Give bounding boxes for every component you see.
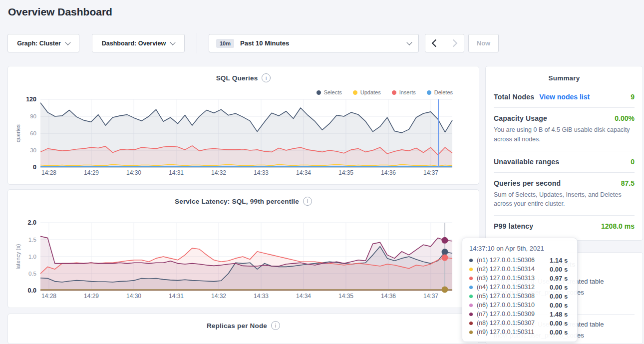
summary-row-capacity: Capacity Usage 0.00% You are using 0 B o… (494, 114, 635, 144)
svg-text:14:31: 14:31 (169, 169, 184, 176)
svg-text:14:29: 14:29 (84, 293, 99, 300)
node-dot-icon (469, 322, 473, 325)
svg-text:14:33: 14:33 (254, 293, 269, 300)
tooltip-node-row: (n8) 127.0.0.1:503070.00 s (469, 319, 570, 328)
time-prev-button[interactable] (425, 34, 445, 52)
tooltip-timestamp: 14:37:10 on Apr 5th, 2021 (469, 245, 570, 252)
summary-description: You are using 0 B of 4.5 GiB usable disk… (494, 125, 635, 144)
replicas-per-node-title: Replicas per Node i (8, 321, 479, 330)
node-latency-value: 0.00 s (550, 284, 568, 291)
controls-divider (197, 33, 197, 53)
graph-dropdown-label: Graph: Cluster (17, 40, 61, 47)
svg-text:1.5: 1.5 (28, 237, 36, 243)
replicas-per-node-card: Replicas per Node i (7, 314, 479, 344)
svg-text:30: 30 (30, 147, 36, 153)
svg-text:120: 120 (26, 96, 36, 103)
node-latency-value: 0.97 s (550, 275, 568, 282)
summary-row-total-nodes: Total Nodes View nodes list 9 (494, 93, 635, 101)
node-dot-icon (469, 313, 473, 316)
svg-text:14:36: 14:36 (381, 169, 396, 176)
now-button[interactable]: Now (468, 34, 499, 52)
tooltip-node-row: (n2) 127.0.0.1:503140.00 s (469, 265, 570, 274)
svg-text:14:31: 14:31 (169, 293, 184, 300)
page-title: Overview Dashboard (8, 6, 112, 18)
svg-text:1.0: 1.0 (28, 254, 36, 260)
service-latency-chart[interactable]: 14:2814:2914:3014:3114:3214:3314:3414:35… (8, 190, 479, 308)
summary-row-qps: Queries per second 87.5 Sum of Selects, … (494, 179, 635, 209)
summary-label: Capacity Usage (494, 114, 547, 122)
summary-row-unavailable-ranges: Unavailable ranges 0 (494, 158, 635, 166)
svg-text:0: 0 (33, 164, 36, 171)
svg-text:14:37: 14:37 (423, 169, 438, 176)
node-latency-value: 0.00 s (550, 302, 568, 309)
svg-text:90: 90 (30, 113, 36, 119)
node-latency-value: 1.48 s (550, 311, 568, 318)
info-icon[interactable]: i (271, 321, 280, 330)
svg-text:14:34: 14:34 (296, 293, 311, 300)
node-dot-icon (469, 295, 473, 298)
summary-value: 1208.0 ms (601, 222, 635, 230)
chevron-right-icon (449, 39, 457, 47)
dashboard-dropdown-label: Dashboard: Overview (102, 40, 166, 47)
summary-value: 0.00% (615, 114, 635, 122)
svg-text:queries: queries (15, 124, 21, 142)
svg-text:14:32: 14:32 (211, 169, 226, 176)
time-range-selector[interactable]: 10m Past 10 Minutes (209, 34, 419, 52)
chart-hover-tooltip: 14:37:10 on Apr 5th, 2021 (n1) 127.0.0.1… (462, 238, 578, 342)
node-address: (n3) 127.0.0.1:50313 (477, 275, 550, 282)
svg-text:14:28: 14:28 (41, 293, 56, 300)
svg-text:14:29: 14:29 (84, 169, 99, 176)
svg-text:latency (s): latency (s) (15, 244, 21, 270)
summary-row-p99: P99 latency 1208.0 ms (494, 222, 635, 230)
tooltip-node-row: (n7) 127.0.0.1:503091.48 s (469, 310, 570, 319)
node-address: (n7) 127.0.0.1:50309 (477, 311, 550, 318)
dashboard-dropdown[interactable]: Dashboard: Overview (92, 34, 185, 52)
tooltip-node-row: (n9) 127.0.0.1:503110.00 s (469, 328, 570, 337)
now-button-label: Now (477, 39, 490, 47)
chart-title-text: Replicas per Node (207, 322, 267, 330)
time-range-badge: 10m (216, 39, 234, 48)
summary-label: Total Nodes (494, 93, 534, 101)
graph-dropdown[interactable]: Graph: Cluster (7, 34, 79, 52)
svg-text:14:34: 14:34 (296, 169, 311, 176)
view-nodes-list-link[interactable]: View nodes list (539, 93, 590, 101)
node-address: (n1) 127.0.0.1:50306 (477, 257, 550, 264)
time-range-label: Past 10 Minutes (240, 39, 289, 47)
summary-label: P99 latency (494, 222, 533, 230)
divider (494, 151, 635, 151)
node-dot-icon (469, 304, 473, 307)
chevron-down-icon (406, 39, 412, 45)
svg-text:14:35: 14:35 (338, 169, 353, 176)
summary-value: 87.5 (621, 179, 635, 187)
node-dot-icon (469, 286, 473, 289)
node-dot-icon (469, 331, 473, 334)
node-dot-icon (469, 277, 473, 280)
svg-text:2.0: 2.0 (28, 219, 36, 226)
summary-title: Summary (486, 74, 643, 82)
node-address: (n8) 127.0.0.1:50307 (477, 320, 550, 327)
summary-value: 9 (631, 93, 635, 101)
tooltip-rows: (n1) 127.0.0.1:503061.14 s(n2) 127.0.0.1… (469, 256, 570, 337)
node-address: (n9) 127.0.0.1:50311 (477, 329, 550, 336)
chevron-left-icon (432, 39, 440, 47)
node-address: (n4) 127.0.0.1:50312 (477, 284, 550, 291)
node-latency-value: 0.00 s (550, 329, 568, 336)
svg-text:60: 60 (30, 130, 36, 136)
node-address: (n5) 127.0.0.1:50308 (477, 293, 550, 300)
svg-text:14:35: 14:35 (338, 293, 353, 300)
sql-queries-card: SQL Queries i Selects Updates Inserts De… (7, 66, 479, 185)
tooltip-node-row: (n3) 127.0.0.1:503130.97 s (469, 274, 570, 283)
svg-text:0.0: 0.0 (28, 287, 36, 294)
time-next-button[interactable] (444, 34, 464, 52)
node-address: (n6) 127.0.0.1:50310 (477, 302, 550, 309)
sql-queries-chart[interactable]: 14:2814:2914:3014:3114:3214:3314:3414:35… (8, 66, 479, 185)
svg-text:14:30: 14:30 (126, 169, 141, 176)
summary-label: Queries per second (494, 179, 561, 187)
summary-value: 0 (631, 158, 635, 166)
summary-label: Unavailable ranges (494, 158, 559, 166)
tooltip-node-row: (n4) 127.0.0.1:503120.00 s (469, 283, 570, 292)
service-latency-card: Service Latency: SQL, 99th percentile i … (7, 189, 479, 308)
summary-panel: Summary Total Nodes View nodes list 9 Ca… (485, 66, 643, 241)
chevron-down-icon (170, 39, 176, 45)
svg-text:14:32: 14:32 (211, 293, 226, 300)
